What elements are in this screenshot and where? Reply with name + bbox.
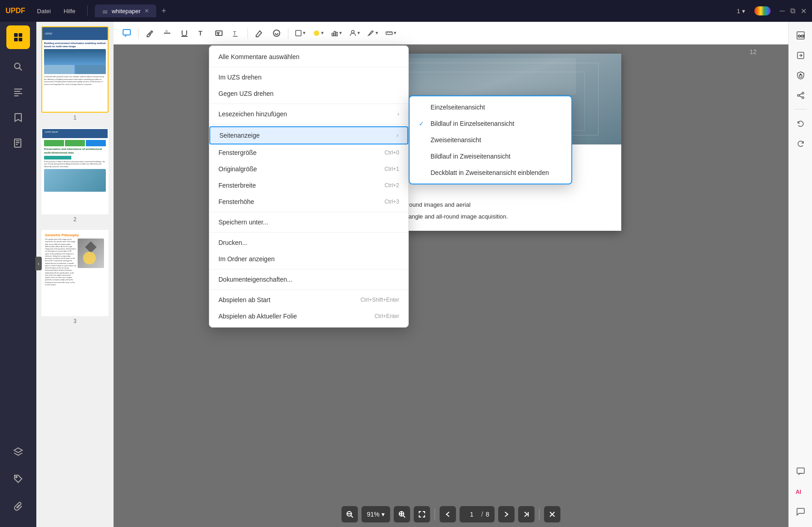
zoom-in-btn[interactable] bbox=[394, 506, 410, 522]
thumbnail-3[interactable]: Geometric Philosophy The specific point … bbox=[41, 230, 109, 324]
user-avatar bbox=[754, 6, 771, 15]
toolbar-shapes-dropdown[interactable]: ▾ bbox=[292, 28, 308, 39]
fit-page-btn[interactable] bbox=[414, 506, 430, 522]
right-protect-btn[interactable] bbox=[792, 67, 809, 84]
menu-hilfe[interactable]: Hilfe bbox=[59, 6, 80, 16]
sidebar-attachment-btn[interactable] bbox=[6, 131, 30, 155]
menu-sep-1 bbox=[209, 67, 408, 67]
menu-item-rotate-cw[interactable]: Im UZS drehen bbox=[209, 69, 408, 85]
menu-item-page-view[interactable]: Seitenanzeige › bbox=[209, 126, 408, 144]
svg-rect-8 bbox=[14, 93, 22, 94]
submenu-two-page[interactable]: Zweiseitenansicht bbox=[410, 132, 571, 148]
toolbar-eraser-btn[interactable] bbox=[252, 25, 267, 41]
menu-item-save-as[interactable]: Speichern unter... bbox=[209, 214, 408, 230]
context-menu: Alle Kommentare auswählen Im UZS drehen … bbox=[209, 45, 409, 328]
zoom-display[interactable]: 91% ▾ bbox=[361, 506, 390, 522]
submenu-scroll-single[interactable]: ✓ Bildlauf in Einzelseitenansicht bbox=[410, 115, 571, 132]
zoom-out-btn[interactable] bbox=[342, 506, 358, 522]
tab-icon: ⚌ bbox=[102, 7, 108, 15]
submenu-single-page[interactable]: Einzelseitenansicht bbox=[410, 99, 571, 115]
left-sidebar bbox=[0, 22, 36, 527]
svg-line-46 bbox=[799, 96, 802, 97]
restore-icon[interactable]: ⧉ bbox=[790, 7, 795, 15]
menu-sep-7 bbox=[209, 289, 408, 290]
zoom-dropdown-icon[interactable]: ▾ bbox=[381, 511, 385, 518]
tab-whitepaper[interactable]: ⚌ whitepaper ✕ bbox=[95, 5, 156, 17]
toolbar-textbox-btn[interactable]: T bbox=[211, 25, 227, 41]
close-toolbar-btn[interactable] bbox=[544, 506, 560, 522]
toolbar-measure-dropdown[interactable]: ▾ bbox=[383, 28, 399, 39]
bottom-toolbar: 91% ▾ / 8 bbox=[114, 502, 788, 527]
toolbar-strikethrough-btn[interactable]: S bbox=[159, 25, 175, 41]
thumbnail-panel[interactable]: UPDF Building environment information mo… bbox=[36, 22, 114, 527]
prev-page-btn[interactable] bbox=[440, 506, 456, 522]
toolbar-underline-btn[interactable] bbox=[177, 25, 192, 41]
menu-item-select-all[interactable]: Alle Kommentare auswählen bbox=[209, 49, 408, 65]
svg-rect-28 bbox=[334, 31, 336, 36]
toolbar-text2-btn[interactable]: T bbox=[228, 25, 244, 41]
page-nav-dropdown-icon[interactable]: ▾ bbox=[742, 8, 745, 15]
toolbar-sep-2 bbox=[248, 28, 248, 39]
toolbar-pen-dropdown[interactable]: ▾ bbox=[365, 28, 381, 39]
submenu-scroll-two[interactable]: Bildlauf in Zweiseitenansicht bbox=[410, 148, 571, 164]
right-redo-btn[interactable] bbox=[792, 135, 809, 151]
thumb-img-3[interactable]: Geometric Philosophy The specific point … bbox=[41, 230, 109, 316]
right-chat-btn[interactable] bbox=[792, 503, 809, 520]
thumb3-body: Geometric Philosophy The specific point … bbox=[42, 231, 108, 315]
add-tab-icon[interactable]: + bbox=[162, 6, 167, 16]
toolbar-person-dropdown[interactable]: ▾ bbox=[347, 28, 363, 39]
sidebar-outline-btn[interactable] bbox=[6, 80, 30, 104]
toolbar-color-dropdown[interactable]: ▾ bbox=[310, 28, 327, 39]
toolbar-typewriter-btn[interactable]: T bbox=[194, 25, 209, 41]
tab-close-icon[interactable]: ✕ bbox=[144, 8, 149, 14]
menu-item-play-start[interactable]: Abspielen ab Start Ctrl+Shift+Enter bbox=[209, 292, 408, 308]
toolbar-sep-1 bbox=[138, 28, 139, 39]
sidebar-thumbnail-btn[interactable] bbox=[6, 25, 30, 49]
toolbar: S T T T ▾ ▾ ▾ ▾ ▾ ▾ bbox=[114, 22, 812, 45]
menu-item-play-current[interactable]: Abspielen ab Aktueller Folie Ctrl+Enter bbox=[209, 308, 408, 324]
thumb2-image bbox=[44, 169, 106, 192]
sidebar-tag-btn[interactable] bbox=[6, 467, 30, 491]
svg-rect-29 bbox=[336, 32, 337, 36]
menu-item-window-width[interactable]: Fensterbreite Ctrl+2 bbox=[209, 177, 408, 194]
sidebar-toggle[interactable]: ‹ bbox=[35, 257, 42, 270]
pdf-page-num: 12 bbox=[749, 48, 757, 55]
thumb-img-2[interactable]: Lorem ipsum Preservation and inheritance… bbox=[41, 128, 109, 214]
menu-item-window-size[interactable]: Fenstergröße Ctrl+0 bbox=[209, 144, 408, 161]
page-current-input[interactable] bbox=[465, 511, 479, 518]
menu-datei[interactable]: Datei bbox=[33, 6, 55, 16]
toolbar-highlight-btn[interactable] bbox=[142, 25, 158, 41]
menu-item-show-folder[interactable]: Im Ordner anzeigen bbox=[209, 251, 408, 267]
last-page-btn[interactable] bbox=[518, 506, 535, 522]
thumbnail-1[interactable]: UPDF Building environment information mo… bbox=[41, 26, 109, 121]
menu-item-doc-props[interactable]: Dokumenteigenschaften... bbox=[209, 271, 408, 288]
right-undo-btn[interactable] bbox=[792, 115, 809, 131]
submenu-cover-page[interactable]: Deckblatt in Zweiseitenansicht einblende… bbox=[410, 164, 571, 181]
thumb-img-1[interactable]: UPDF Building environment information mo… bbox=[41, 26, 109, 113]
next-page-btn[interactable] bbox=[498, 506, 515, 522]
right-ocr-btn[interactable]: OCR bbox=[792, 27, 809, 44]
right-ai-btn[interactable]: AI bbox=[792, 483, 809, 500]
scroll-single-check-icon: ✓ bbox=[419, 120, 426, 127]
right-convert-btn[interactable] bbox=[792, 47, 809, 64]
menu-item-bookmark[interactable]: Lesezeichen hinzufügen › bbox=[209, 106, 408, 122]
menu-item-print[interactable]: Drucken... bbox=[209, 234, 408, 251]
minimize-icon[interactable]: ─ bbox=[780, 7, 785, 15]
menu-item-original-size[interactable]: Originalgröße Ctrl+1 bbox=[209, 161, 408, 177]
page-view-submenu: Einzelseitenansicht ✓ Bildlauf in Einzel… bbox=[409, 95, 572, 184]
thumbnail-2[interactable]: Lorem ipsum Preservation and inheritance… bbox=[41, 128, 109, 223]
toolbar-comment-btn[interactable] bbox=[119, 25, 134, 41]
sidebar-paperclip-btn[interactable] bbox=[6, 494, 30, 518]
right-comment-list-btn[interactable] bbox=[792, 463, 809, 480]
svg-point-14 bbox=[16, 477, 17, 478]
sidebar-bookmark-btn[interactable] bbox=[6, 106, 30, 129]
toolbar-sticker-btn[interactable] bbox=[269, 25, 284, 41]
right-share-btn[interactable] bbox=[792, 87, 809, 104]
menu-item-rotate-ccw[interactable]: Gegen UZS drehen bbox=[209, 85, 408, 102]
right-sidebar: OCR AI bbox=[788, 22, 812, 527]
sidebar-layers-btn[interactable] bbox=[6, 440, 30, 463]
menu-item-window-height[interactable]: Fensterhöhe Ctrl+3 bbox=[209, 194, 408, 210]
sidebar-search-btn[interactable] bbox=[6, 55, 30, 79]
close-icon[interactable]: ✕ bbox=[801, 7, 807, 15]
toolbar-chart-dropdown[interactable]: ▾ bbox=[328, 28, 345, 39]
